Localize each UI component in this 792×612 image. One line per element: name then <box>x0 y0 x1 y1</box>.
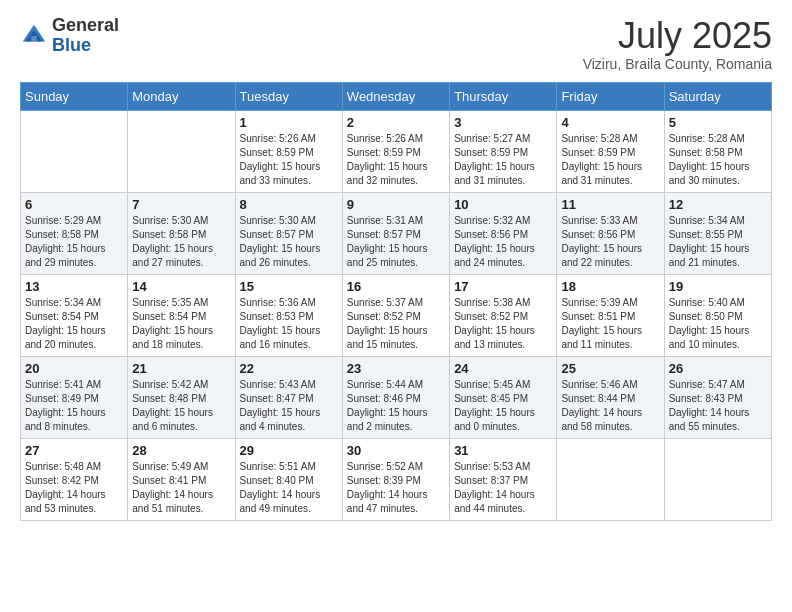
sunrise-text: Sunrise: 5:53 AM <box>454 461 530 472</box>
daylight-text: Daylight: 15 hours and 10 minutes. <box>669 325 750 350</box>
day-info: Sunrise: 5:44 AMSunset: 8:46 PMDaylight:… <box>347 378 445 434</box>
day-number: 9 <box>347 197 445 212</box>
day-number: 20 <box>25 361 123 376</box>
table-row: 29Sunrise: 5:51 AMSunset: 8:40 PMDayligh… <box>235 438 342 520</box>
table-row: 19Sunrise: 5:40 AMSunset: 8:50 PMDayligh… <box>664 274 771 356</box>
table-row: 31Sunrise: 5:53 AMSunset: 8:37 PMDayligh… <box>450 438 557 520</box>
page-container: General Blue July 2025 Viziru, Braila Co… <box>0 0 792 537</box>
logo-text: General Blue <box>52 16 119 56</box>
day-info: Sunrise: 5:28 AMSunset: 8:58 PMDaylight:… <box>669 132 767 188</box>
sunset-text: Sunset: 8:54 PM <box>132 311 206 322</box>
day-number: 3 <box>454 115 552 130</box>
sunrise-text: Sunrise: 5:38 AM <box>454 297 530 308</box>
table-row <box>128 110 235 192</box>
day-number: 5 <box>669 115 767 130</box>
sunrise-text: Sunrise: 5:44 AM <box>347 379 423 390</box>
table-row: 1Sunrise: 5:26 AMSunset: 8:59 PMDaylight… <box>235 110 342 192</box>
day-number: 29 <box>240 443 338 458</box>
sunrise-text: Sunrise: 5:45 AM <box>454 379 530 390</box>
sunrise-text: Sunrise: 5:36 AM <box>240 297 316 308</box>
daylight-text: Daylight: 15 hours and 20 minutes. <box>25 325 106 350</box>
table-row: 2Sunrise: 5:26 AMSunset: 8:59 PMDaylight… <box>342 110 449 192</box>
day-info: Sunrise: 5:38 AMSunset: 8:52 PMDaylight:… <box>454 296 552 352</box>
sunrise-text: Sunrise: 5:42 AM <box>132 379 208 390</box>
day-number: 18 <box>561 279 659 294</box>
day-number: 24 <box>454 361 552 376</box>
sunrise-text: Sunrise: 5:40 AM <box>669 297 745 308</box>
daylight-text: Daylight: 15 hours and 32 minutes. <box>347 161 428 186</box>
sunrise-text: Sunrise: 5:32 AM <box>454 215 530 226</box>
sunset-text: Sunset: 8:52 PM <box>454 311 528 322</box>
sunset-text: Sunset: 8:39 PM <box>347 475 421 486</box>
daylight-text: Daylight: 15 hours and 6 minutes. <box>132 407 213 432</box>
header-saturday: Saturday <box>664 82 771 110</box>
sunrise-text: Sunrise: 5:52 AM <box>347 461 423 472</box>
day-number: 4 <box>561 115 659 130</box>
header-sunday: Sunday <box>21 82 128 110</box>
sunset-text: Sunset: 8:50 PM <box>669 311 743 322</box>
day-number: 31 <box>454 443 552 458</box>
calendar-table: Sunday Monday Tuesday Wednesday Thursday… <box>20 82 772 521</box>
logo-general-text: General <box>52 16 119 36</box>
day-number: 22 <box>240 361 338 376</box>
sunset-text: Sunset: 8:56 PM <box>454 229 528 240</box>
sunrise-text: Sunrise: 5:35 AM <box>132 297 208 308</box>
sunrise-text: Sunrise: 5:43 AM <box>240 379 316 390</box>
table-row: 23Sunrise: 5:44 AMSunset: 8:46 PMDayligh… <box>342 356 449 438</box>
sunrise-text: Sunrise: 5:27 AM <box>454 133 530 144</box>
table-row: 30Sunrise: 5:52 AMSunset: 8:39 PMDayligh… <box>342 438 449 520</box>
day-info: Sunrise: 5:29 AMSunset: 8:58 PMDaylight:… <box>25 214 123 270</box>
day-info: Sunrise: 5:26 AMSunset: 8:59 PMDaylight:… <box>240 132 338 188</box>
sunset-text: Sunset: 8:43 PM <box>669 393 743 404</box>
calendar-week-row: 1Sunrise: 5:26 AMSunset: 8:59 PMDaylight… <box>21 110 772 192</box>
day-info: Sunrise: 5:53 AMSunset: 8:37 PMDaylight:… <box>454 460 552 516</box>
sunrise-text: Sunrise: 5:46 AM <box>561 379 637 390</box>
calendar-week-row: 27Sunrise: 5:48 AMSunset: 8:42 PMDayligh… <box>21 438 772 520</box>
day-info: Sunrise: 5:28 AMSunset: 8:59 PMDaylight:… <box>561 132 659 188</box>
sunrise-text: Sunrise: 5:34 AM <box>669 215 745 226</box>
day-number: 17 <box>454 279 552 294</box>
day-number: 8 <box>240 197 338 212</box>
sunset-text: Sunset: 8:59 PM <box>240 147 314 158</box>
sunset-text: Sunset: 8:40 PM <box>240 475 314 486</box>
daylight-text: Daylight: 15 hours and 25 minutes. <box>347 243 428 268</box>
calendar-week-row: 13Sunrise: 5:34 AMSunset: 8:54 PMDayligh… <box>21 274 772 356</box>
sunrise-text: Sunrise: 5:29 AM <box>25 215 101 226</box>
table-row: 24Sunrise: 5:45 AMSunset: 8:45 PMDayligh… <box>450 356 557 438</box>
daylight-text: Daylight: 15 hours and 18 minutes. <box>132 325 213 350</box>
day-info: Sunrise: 5:48 AMSunset: 8:42 PMDaylight:… <box>25 460 123 516</box>
day-info: Sunrise: 5:36 AMSunset: 8:53 PMDaylight:… <box>240 296 338 352</box>
sunrise-text: Sunrise: 5:31 AM <box>347 215 423 226</box>
calendar-week-row: 20Sunrise: 5:41 AMSunset: 8:49 PMDayligh… <box>21 356 772 438</box>
day-info: Sunrise: 5:51 AMSunset: 8:40 PMDaylight:… <box>240 460 338 516</box>
sunset-text: Sunset: 8:59 PM <box>347 147 421 158</box>
sunset-text: Sunset: 8:58 PM <box>25 229 99 240</box>
day-info: Sunrise: 5:26 AMSunset: 8:59 PMDaylight:… <box>347 132 445 188</box>
sunrise-text: Sunrise: 5:30 AM <box>240 215 316 226</box>
table-row <box>21 110 128 192</box>
sunset-text: Sunset: 8:47 PM <box>240 393 314 404</box>
day-number: 10 <box>454 197 552 212</box>
logo-blue-text: Blue <box>52 36 119 56</box>
logo-icon <box>20 22 48 50</box>
day-number: 25 <box>561 361 659 376</box>
day-number: 16 <box>347 279 445 294</box>
daylight-text: Daylight: 15 hours and 31 minutes. <box>454 161 535 186</box>
table-row: 18Sunrise: 5:39 AMSunset: 8:51 PMDayligh… <box>557 274 664 356</box>
day-number: 26 <box>669 361 767 376</box>
table-row: 7Sunrise: 5:30 AMSunset: 8:58 PMDaylight… <box>128 192 235 274</box>
day-number: 2 <box>347 115 445 130</box>
sunset-text: Sunset: 8:42 PM <box>25 475 99 486</box>
day-info: Sunrise: 5:39 AMSunset: 8:51 PMDaylight:… <box>561 296 659 352</box>
sunset-text: Sunset: 8:48 PM <box>132 393 206 404</box>
table-row: 4Sunrise: 5:28 AMSunset: 8:59 PMDaylight… <box>557 110 664 192</box>
table-row: 15Sunrise: 5:36 AMSunset: 8:53 PMDayligh… <box>235 274 342 356</box>
table-row: 27Sunrise: 5:48 AMSunset: 8:42 PMDayligh… <box>21 438 128 520</box>
day-info: Sunrise: 5:32 AMSunset: 8:56 PMDaylight:… <box>454 214 552 270</box>
header-monday: Monday <box>128 82 235 110</box>
day-info: Sunrise: 5:34 AMSunset: 8:55 PMDaylight:… <box>669 214 767 270</box>
day-info: Sunrise: 5:46 AMSunset: 8:44 PMDaylight:… <box>561 378 659 434</box>
daylight-text: Daylight: 14 hours and 44 minutes. <box>454 489 535 514</box>
day-number: 30 <box>347 443 445 458</box>
day-number: 1 <box>240 115 338 130</box>
